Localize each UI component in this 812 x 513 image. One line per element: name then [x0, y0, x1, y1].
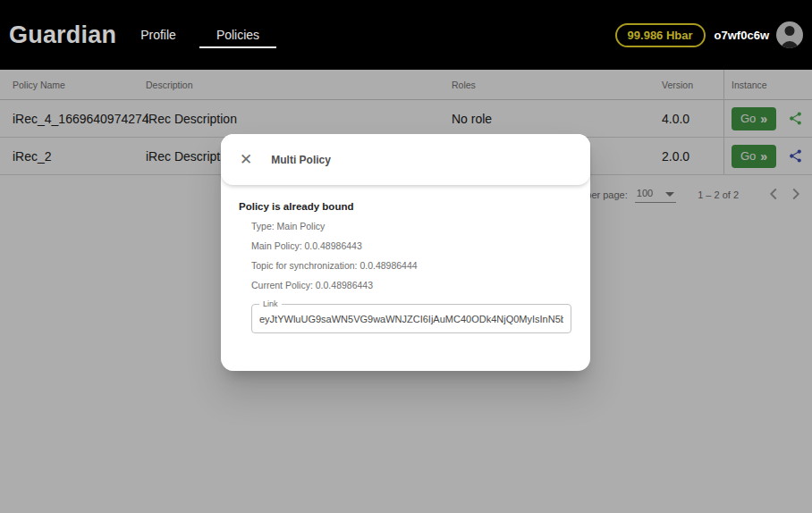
tab-policies[interactable]: Policies [199, 0, 276, 70]
multi-policy-dialog: ✕ Multi Policy Policy is already bound T… [221, 134, 590, 371]
nav-right-group: 99.986 Hbar o7wf0c6w [615, 21, 803, 48]
user-avatar-icon[interactable] [776, 21, 803, 48]
avatar-head-shape [785, 26, 795, 36]
nav-tabs: Profile Policies [120, 0, 279, 70]
link-field-wrapper: Link [251, 304, 571, 333]
tab-policies-label: Policies [216, 28, 259, 42]
policy-type-text: Type: Main Policy [251, 221, 572, 232]
close-icon[interactable]: ✕ [240, 152, 252, 167]
sync-topic-text: Topic for synchronization: 0.0.48986444 [251, 260, 572, 272]
top-nav-bar: Guardian Profile Policies 99.986 Hbar o7… [0, 0, 812, 70]
tab-profile[interactable]: Profile [120, 0, 197, 70]
link-input[interactable] [259, 314, 563, 324]
guardian-logo: Guardian [9, 21, 102, 49]
avatar-body-shape [781, 41, 799, 48]
dialog-title: Multi Policy [271, 154, 331, 166]
dialog-body: Policy is already bound Type: Main Polic… [221, 185, 590, 333]
policy-bound-heading: Policy is already bound [239, 201, 572, 212]
link-field-label: Link [259, 299, 282, 308]
main-policy-text: Main Policy: 0.0.48986443 [251, 240, 572, 252]
current-policy-text: Current Policy: 0.0.48986443 [251, 280, 572, 291]
username-label: o7wf0c6w [715, 29, 769, 42]
tab-profile-label: Profile [140, 28, 176, 42]
dialog-header: ✕ Multi Policy [221, 134, 590, 185]
hbar-balance-badge: 99.986 Hbar [615, 23, 706, 47]
